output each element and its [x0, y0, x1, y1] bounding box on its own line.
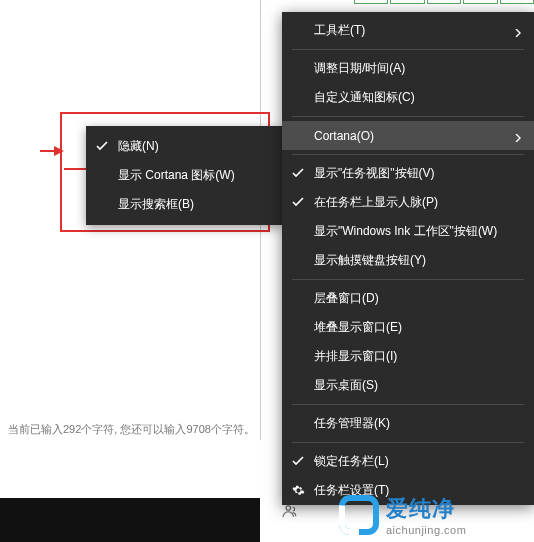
submenu-item-show-search-box[interactable]: 显示搜索框(B): [86, 190, 282, 219]
check-icon: [292, 196, 304, 208]
submenu-item-hide[interactable]: 隐藏(N): [86, 132, 282, 161]
menu-label: 显示触摸键盘按钮(Y): [314, 252, 426, 269]
menu-item-task-manager[interactable]: 任务管理器(K): [282, 409, 534, 438]
svg-rect-0: [342, 498, 376, 532]
menu-separator: [292, 154, 524, 155]
check-icon: [292, 455, 304, 467]
menu-item-adjust-datetime[interactable]: 调整日期/时间(A): [282, 54, 534, 83]
menu-label: 显示桌面(S): [314, 377, 378, 394]
menu-label: 在任务栏上显示人脉(P): [314, 194, 438, 211]
logo-text-group: 爱纯净 aichunjing.com: [386, 494, 466, 536]
menu-label: 调整日期/时间(A): [314, 60, 405, 77]
taskbar-context-menu: 工具栏(T) 调整日期/时间(A) 自定义通知图标(C) Cortana(O) …: [282, 12, 534, 505]
menu-label: 自定义通知图标(C): [314, 89, 415, 106]
menu-item-show-desktop[interactable]: 显示桌面(S): [282, 371, 534, 400]
menu-item-show-ink-workspace[interactable]: 显示"Windows Ink 工作区"按钮(W): [282, 217, 534, 246]
menu-separator: [292, 279, 524, 280]
menu-label: 显示 Cortana 图标(W): [118, 167, 235, 184]
menu-label: 显示"Windows Ink 工作区"按钮(W): [314, 223, 497, 240]
submenu-item-show-cortana-icon[interactable]: 显示 Cortana 图标(W): [86, 161, 282, 190]
check-icon: [96, 140, 108, 152]
menu-item-show-touch-keyboard[interactable]: 显示触摸键盘按钮(Y): [282, 246, 534, 275]
chevron-right-icon: [514, 131, 522, 139]
logo-mark-icon: [338, 494, 380, 536]
menu-label: 工具栏(T): [314, 22, 365, 39]
cortana-submenu: 隐藏(N) 显示 Cortana 图标(W) 显示搜索框(B): [86, 126, 282, 225]
menu-label: 锁定任务栏(L): [314, 453, 389, 470]
menu-label: 任务管理器(K): [314, 415, 390, 432]
chevron-right-icon: [514, 26, 522, 34]
people-icon[interactable]: [280, 502, 298, 523]
menu-item-lock-taskbar[interactable]: 锁定任务栏(L): [282, 447, 534, 476]
tab-strip-fragment: [354, 0, 534, 10]
menu-item-show-task-view[interactable]: 显示"任务视图"按钮(V): [282, 159, 534, 188]
menu-item-show-people[interactable]: 在任务栏上显示人脉(P): [282, 188, 534, 217]
menu-item-side-by-side-windows[interactable]: 并排显示窗口(I): [282, 342, 534, 371]
menu-label: Cortana(O): [314, 129, 374, 143]
menu-item-cascade-windows[interactable]: 层叠窗口(D): [282, 284, 534, 313]
menu-item-stack-windows[interactable]: 堆叠显示窗口(E): [282, 313, 534, 342]
logo-domain: aichunjing.com: [386, 524, 466, 536]
svg-rect-1: [342, 498, 376, 532]
menu-label: 并排显示窗口(I): [314, 348, 397, 365]
check-icon: [292, 167, 304, 179]
menu-label: 显示"任务视图"按钮(V): [314, 165, 435, 182]
menu-item-custom-notification-icons[interactable]: 自定义通知图标(C): [282, 83, 534, 112]
editor-status: 当前已输入292个字符, 您还可以输入9708个字符。: [8, 422, 255, 437]
editor-panel: [0, 0, 263, 460]
menu-label: 隐藏(N): [118, 138, 159, 155]
menu-item-cortana[interactable]: Cortana(O): [282, 121, 534, 150]
logo-text: 爱纯净: [386, 494, 466, 524]
menu-label: 显示搜索框(B): [118, 196, 194, 213]
gear-icon: [292, 484, 305, 500]
taskbar-dark[interactable]: [0, 498, 260, 542]
menu-separator: [292, 404, 524, 405]
site-logo: 爱纯净 aichunjing.com: [338, 494, 466, 536]
menu-label: 堆叠显示窗口(E): [314, 319, 402, 336]
menu-item-toolbars[interactable]: 工具栏(T): [282, 16, 534, 45]
menu-separator: [292, 49, 524, 50]
menu-separator: [292, 442, 524, 443]
menu-separator: [292, 116, 524, 117]
menu-label: 层叠窗口(D): [314, 290, 379, 307]
